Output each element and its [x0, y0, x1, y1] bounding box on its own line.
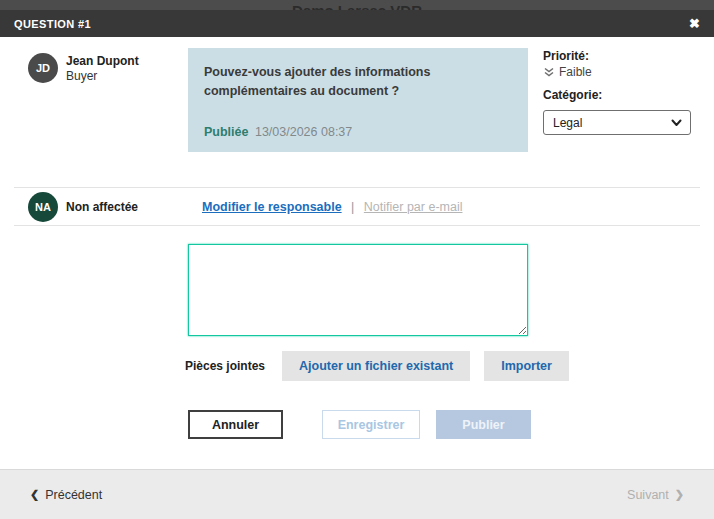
modal-footer: ❮ Précédent Suivant ❯ [0, 469, 714, 519]
author-name: Jean Dupont [66, 54, 139, 69]
reply-section: Pièces jointes Ajouter un fichier exista… [0, 226, 714, 381]
assignee-avatar: NA [28, 192, 58, 222]
chevron-right-icon: ❯ [675, 488, 684, 501]
question-meta: Priorité: Faible Catégorie: Legal [543, 48, 693, 152]
publish-button[interactable]: Publier [436, 410, 531, 439]
assignee: NA Non affectée [28, 192, 188, 222]
author-avatar: JD [28, 53, 58, 83]
assignment-links: Modifier le responsable | Notifier par e… [202, 200, 462, 214]
category-label: Catégorie: [543, 87, 693, 103]
notify-email-link: Notifier par e-mail [364, 200, 463, 214]
link-separator: | [351, 200, 354, 214]
cancel-button[interactable]: Annuler [188, 410, 283, 439]
modal-body: JD Jean Dupont Buyer Pouvez-vous ajouter… [0, 37, 714, 439]
background-page-title: Demo Larsac VDR [292, 2, 422, 10]
previous-button[interactable]: ❮ Précédent [30, 488, 102, 502]
question-bubble: Pouvez-vous ajouter des informations com… [188, 48, 528, 152]
author-role: Buyer [66, 69, 139, 84]
question-author: JD Jean Dupont Buyer [28, 48, 188, 152]
category-select-wrap: Legal [543, 110, 691, 135]
question-section: JD Jean Dupont Buyer Pouvez-vous ajouter… [0, 37, 714, 152]
assignee-name: Non affectée [66, 200, 138, 214]
priority-value: Faible [559, 65, 592, 79]
reply-textarea[interactable] [188, 244, 528, 336]
question-text: Pouvez-vous ajouter des informations com… [204, 63, 512, 101]
import-button[interactable]: Importer [484, 351, 569, 381]
attachments-row: Pièces jointes Ajouter un fichier exista… [185, 351, 714, 381]
next-button: Suivant ❯ [627, 488, 684, 502]
priority-label: Priorité: [543, 48, 693, 64]
modal-header: QUESTION #1 ✖ [0, 10, 714, 37]
status-badge: Publiée [204, 125, 248, 139]
modal-title: QUESTION #1 [14, 18, 91, 30]
next-label: Suivant [627, 488, 669, 502]
assignment-section: NA Non affectée Modifier le responsable … [14, 187, 700, 226]
modify-assignee-link[interactable]: Modifier le responsable [202, 200, 342, 214]
add-existing-file-button[interactable]: Ajouter un fichier existant [282, 351, 470, 381]
status-timestamp: 13/03/2026 08:37 [255, 125, 352, 139]
close-icon[interactable]: ✖ [689, 17, 700, 30]
attachments-label: Pièces jointes [185, 359, 282, 373]
previous-label: Précédent [45, 488, 102, 502]
dimmed-page-background: Demo Larsac VDR [0, 0, 714, 10]
action-buttons-row: Annuler Enregistrer Publier [0, 410, 714, 439]
save-button[interactable]: Enregistrer [322, 410, 420, 439]
chevron-left-icon: ❮ [30, 488, 39, 501]
priority-low-icon [543, 66, 555, 78]
question-status: Publiée 13/03/2026 08:37 [204, 125, 512, 139]
author-names: Jean Dupont Buyer [66, 53, 139, 84]
priority-value-row: Faible [543, 65, 693, 79]
category-select[interactable]: Legal [543, 110, 691, 135]
